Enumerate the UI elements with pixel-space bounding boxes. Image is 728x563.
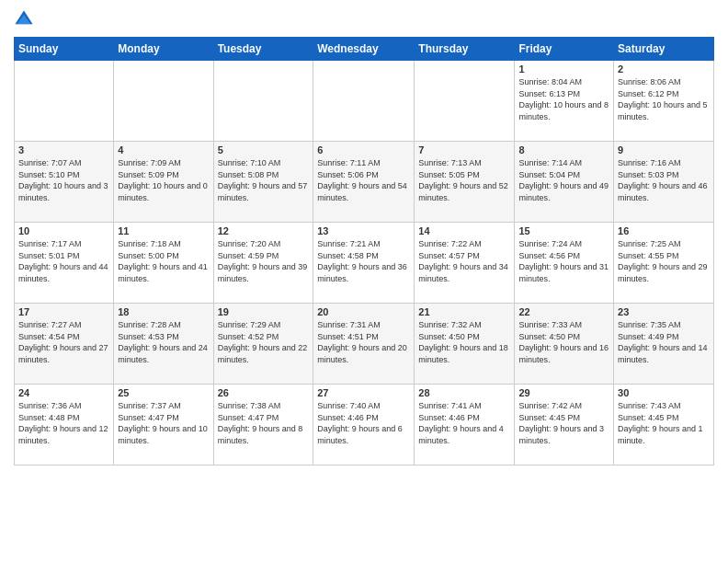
calendar-cell: 18Sunrise: 7:28 AM Sunset: 4:53 PM Dayli…	[114, 304, 213, 385]
day-number: 15	[518, 225, 609, 236]
day-number: 25	[118, 387, 209, 398]
day-info: Sunrise: 7:21 AM Sunset: 4:58 PM Dayligh…	[317, 238, 410, 284]
day-info: Sunrise: 7:38 AM Sunset: 4:47 PM Dayligh…	[218, 400, 310, 446]
day-info: Sunrise: 7:28 AM Sunset: 4:53 PM Dayligh…	[118, 319, 209, 365]
day-number: 7	[418, 144, 510, 155]
day-number: 4	[118, 144, 209, 155]
day-info: Sunrise: 7:36 AM Sunset: 4:48 PM Dayligh…	[18, 400, 109, 446]
header-wednesday: Wednesday	[313, 38, 415, 61]
day-info: Sunrise: 7:14 AM Sunset: 5:04 PM Dayligh…	[518, 157, 609, 203]
calendar-cell: 19Sunrise: 7:29 AM Sunset: 4:52 PM Dayli…	[213, 304, 313, 385]
day-number: 9	[618, 144, 710, 155]
day-info: Sunrise: 7:42 AM Sunset: 4:45 PM Dayligh…	[518, 400, 609, 446]
day-info: Sunrise: 8:06 AM Sunset: 6:12 PM Dayligh…	[618, 76, 710, 122]
calendar-cell: 11Sunrise: 7:18 AM Sunset: 5:00 PM Dayli…	[114, 223, 213, 304]
day-number: 8	[518, 144, 609, 155]
day-number: 27	[317, 387, 410, 398]
calendar-cell: 8Sunrise: 7:14 AM Sunset: 5:04 PM Daylig…	[515, 142, 614, 223]
calendar-cell: 21Sunrise: 7:32 AM Sunset: 4:50 PM Dayli…	[415, 304, 515, 385]
day-info: Sunrise: 8:04 AM Sunset: 6:13 PM Dayligh…	[518, 76, 609, 122]
day-number: 10	[18, 225, 109, 236]
day-info: Sunrise: 7:25 AM Sunset: 4:55 PM Dayligh…	[618, 238, 710, 284]
day-number: 28	[418, 387, 510, 398]
calendar-row-4: 24Sunrise: 7:36 AM Sunset: 4:48 PM Dayli…	[15, 385, 714, 465]
day-info: Sunrise: 7:40 AM Sunset: 4:46 PM Dayligh…	[317, 400, 410, 446]
calendar-cell: 7Sunrise: 7:13 AM Sunset: 5:05 PM Daylig…	[415, 142, 515, 223]
day-number: 14	[418, 225, 510, 236]
day-info: Sunrise: 7:13 AM Sunset: 5:05 PM Dayligh…	[418, 157, 510, 203]
day-number: 11	[118, 225, 209, 236]
calendar-header: SundayMondayTuesdayWednesdayThursdayFrid…	[15, 38, 714, 61]
page: SundayMondayTuesdayWednesdayThursdayFrid…	[0, 0, 728, 563]
day-number: 1	[518, 63, 609, 75]
calendar-cell: 1Sunrise: 8:04 AM Sunset: 6:13 PM Daylig…	[515, 61, 614, 142]
day-number: 24	[18, 387, 109, 398]
day-info: Sunrise: 7:32 AM Sunset: 4:50 PM Dayligh…	[418, 319, 510, 365]
calendar-cell: 27Sunrise: 7:40 AM Sunset: 4:46 PM Dayli…	[313, 385, 415, 465]
header-monday: Monday	[114, 38, 213, 61]
calendar-cell: 15Sunrise: 7:24 AM Sunset: 4:56 PM Dayli…	[515, 223, 614, 304]
day-info: Sunrise: 7:31 AM Sunset: 4:51 PM Dayligh…	[317, 319, 410, 365]
day-number: 17	[18, 306, 109, 317]
day-number: 29	[518, 387, 609, 398]
calendar-cell: 3Sunrise: 7:07 AM Sunset: 5:10 PM Daylig…	[15, 142, 114, 223]
day-info: Sunrise: 7:29 AM Sunset: 4:52 PM Dayligh…	[218, 319, 310, 365]
day-info: Sunrise: 7:18 AM Sunset: 5:00 PM Dayligh…	[118, 238, 209, 284]
day-info: Sunrise: 7:24 AM Sunset: 4:56 PM Dayligh…	[518, 238, 609, 284]
header-saturday: Saturday	[614, 38, 714, 61]
calendar-cell: 22Sunrise: 7:33 AM Sunset: 4:50 PM Dayli…	[515, 304, 614, 385]
day-number: 23	[618, 306, 710, 317]
day-info: Sunrise: 7:11 AM Sunset: 5:06 PM Dayligh…	[317, 157, 410, 203]
header-row: SundayMondayTuesdayWednesdayThursdayFrid…	[15, 38, 714, 61]
calendar-cell	[313, 61, 415, 142]
logo	[14, 9, 38, 29]
calendar-cell: 5Sunrise: 7:10 AM Sunset: 5:08 PM Daylig…	[213, 142, 313, 223]
calendar-cell: 2Sunrise: 8:06 AM Sunset: 6:12 PM Daylig…	[614, 61, 714, 142]
header-friday: Friday	[515, 38, 614, 61]
day-info: Sunrise: 7:10 AM Sunset: 5:08 PM Dayligh…	[218, 157, 310, 203]
calendar: SundayMondayTuesdayWednesdayThursdayFrid…	[14, 37, 714, 465]
calendar-cell: 13Sunrise: 7:21 AM Sunset: 4:58 PM Dayli…	[313, 223, 415, 304]
day-number: 6	[317, 144, 410, 155]
day-number: 5	[218, 144, 310, 155]
logo-icon	[14, 9, 34, 29]
calendar-cell: 9Sunrise: 7:16 AM Sunset: 5:03 PM Daylig…	[614, 142, 714, 223]
header-thursday: Thursday	[415, 38, 515, 61]
calendar-cell	[415, 61, 515, 142]
day-info: Sunrise: 7:07 AM Sunset: 5:10 PM Dayligh…	[18, 157, 109, 203]
header	[14, 9, 714, 29]
calendar-cell: 10Sunrise: 7:17 AM Sunset: 5:01 PM Dayli…	[15, 223, 114, 304]
day-number: 20	[317, 306, 410, 317]
calendar-cell: 30Sunrise: 7:43 AM Sunset: 4:45 PM Dayli…	[614, 385, 714, 465]
calendar-cell: 12Sunrise: 7:20 AM Sunset: 4:59 PM Dayli…	[213, 223, 313, 304]
calendar-cell: 16Sunrise: 7:25 AM Sunset: 4:55 PM Dayli…	[614, 223, 714, 304]
header-tuesday: Tuesday	[213, 38, 313, 61]
calendar-cell: 4Sunrise: 7:09 AM Sunset: 5:09 PM Daylig…	[114, 142, 213, 223]
day-number: 3	[18, 144, 109, 155]
day-number: 12	[218, 225, 310, 236]
calendar-row-2: 10Sunrise: 7:17 AM Sunset: 5:01 PM Dayli…	[15, 223, 714, 304]
calendar-row-0: 1Sunrise: 8:04 AM Sunset: 6:13 PM Daylig…	[15, 61, 714, 142]
day-info: Sunrise: 7:20 AM Sunset: 4:59 PM Dayligh…	[218, 238, 310, 284]
calendar-cell: 23Sunrise: 7:35 AM Sunset: 4:49 PM Dayli…	[614, 304, 714, 385]
calendar-cell: 26Sunrise: 7:38 AM Sunset: 4:47 PM Dayli…	[213, 385, 313, 465]
day-info: Sunrise: 7:17 AM Sunset: 5:01 PM Dayligh…	[18, 238, 109, 284]
day-number: 18	[118, 306, 209, 317]
calendar-cell: 25Sunrise: 7:37 AM Sunset: 4:47 PM Dayli…	[114, 385, 213, 465]
calendar-cell: 24Sunrise: 7:36 AM Sunset: 4:48 PM Dayli…	[15, 385, 114, 465]
header-sunday: Sunday	[15, 38, 114, 61]
calendar-cell: 20Sunrise: 7:31 AM Sunset: 4:51 PM Dayli…	[313, 304, 415, 385]
day-number: 19	[218, 306, 310, 317]
day-info: Sunrise: 7:43 AM Sunset: 4:45 PM Dayligh…	[618, 400, 710, 446]
calendar-cell: 6Sunrise: 7:11 AM Sunset: 5:06 PM Daylig…	[313, 142, 415, 223]
day-number: 21	[418, 306, 510, 317]
calendar-cell	[15, 61, 114, 142]
calendar-row-3: 17Sunrise: 7:27 AM Sunset: 4:54 PM Dayli…	[15, 304, 714, 385]
calendar-cell	[114, 61, 213, 142]
day-info: Sunrise: 7:16 AM Sunset: 5:03 PM Dayligh…	[618, 157, 710, 203]
day-number: 13	[317, 225, 410, 236]
calendar-cell: 28Sunrise: 7:41 AM Sunset: 4:46 PM Dayli…	[415, 385, 515, 465]
calendar-cell: 17Sunrise: 7:27 AM Sunset: 4:54 PM Dayli…	[15, 304, 114, 385]
day-info: Sunrise: 7:27 AM Sunset: 4:54 PM Dayligh…	[18, 319, 109, 365]
calendar-cell: 29Sunrise: 7:42 AM Sunset: 4:45 PM Dayli…	[515, 385, 614, 465]
